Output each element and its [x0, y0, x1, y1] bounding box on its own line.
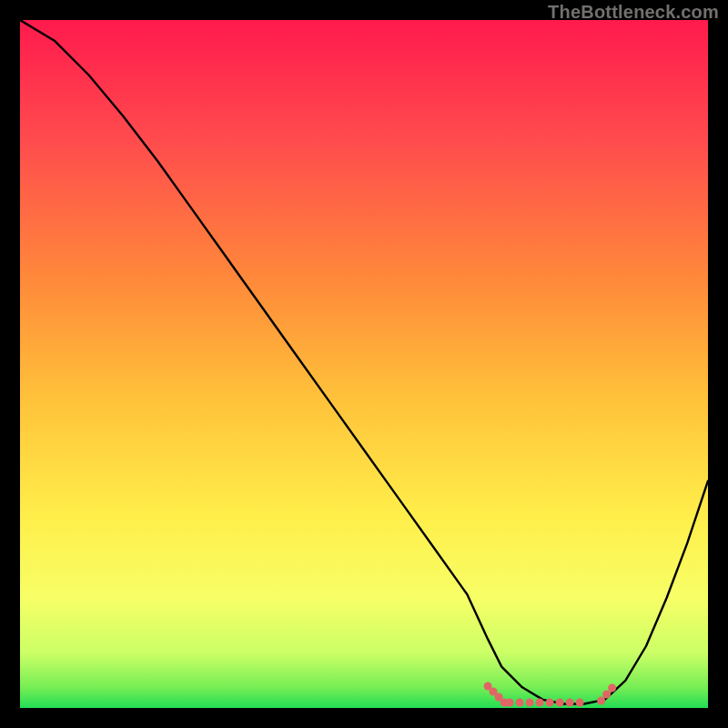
curve-layer: [20, 20, 708, 708]
marker-dot: [556, 698, 564, 706]
chart-frame: TheBottleneck.com: [0, 0, 728, 728]
marker-dot: [536, 698, 544, 706]
marker-dot: [602, 690, 611, 698]
marker-dot: [597, 696, 605, 704]
plot-area: [20, 20, 708, 708]
marker-dot: [566, 698, 574, 706]
marker-dot: [526, 698, 534, 706]
bottom-marker-dots: [484, 682, 617, 706]
marker-dot: [608, 683, 616, 692]
main-curve: [20, 20, 708, 704]
marker-dot: [576, 698, 584, 706]
marker-dot: [506, 698, 514, 706]
marker-dot: [546, 698, 554, 706]
marker-dot: [516, 698, 524, 706]
